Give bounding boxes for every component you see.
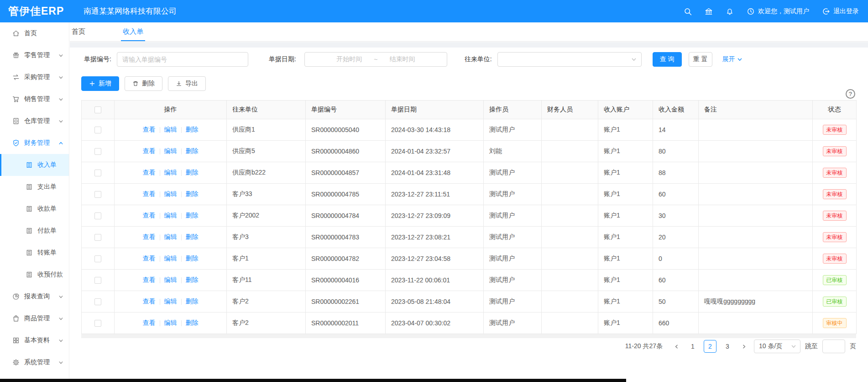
sidebar-item[interactable]: 支出单 (0, 176, 69, 198)
row-checkbox[interactable] (94, 212, 101, 219)
row-checkbox[interactable] (94, 148, 101, 155)
delete-link[interactable]: 删除 (186, 276, 199, 284)
sidebar-item[interactable]: 首页 (0, 22, 69, 44)
delete-link[interactable]: 删除 (186, 147, 199, 155)
edit-link[interactable]: 编辑 (164, 169, 177, 177)
bell-icon[interactable] (726, 7, 734, 16)
tab-label: 收入单 (123, 27, 143, 36)
sidebar-item[interactable]: 收预付款 (0, 264, 69, 286)
divider (181, 234, 182, 240)
row-checkbox[interactable] (94, 277, 101, 284)
help-icon[interactable] (846, 89, 855, 99)
cell-bill-no: SR00000002011 (306, 313, 386, 334)
view-link[interactable]: 查看 (143, 276, 156, 284)
cell-remark (699, 119, 813, 141)
page-number[interactable]: 2 (704, 340, 716, 353)
edit-link[interactable]: 编辑 (164, 212, 177, 220)
sidebar-item[interactable]: 销售管理 (0, 88, 69, 110)
row-checkbox[interactable] (94, 298, 101, 305)
page-size-select[interactable]: 10 条/页 (754, 340, 800, 353)
page-tab[interactable]: 首页 (70, 22, 87, 41)
delete-link[interactable]: 删除 (186, 319, 199, 327)
sidebar-item[interactable]: 报表查询 (0, 286, 69, 308)
sidebar-item[interactable]: 收入单 (0, 154, 69, 176)
delete-link[interactable]: 删除 (186, 255, 199, 263)
cell-actions: 查看 编辑 删除 (115, 270, 227, 291)
page-number[interactable]: 3 (721, 340, 734, 353)
cell-finance-staff (542, 291, 598, 313)
sidebar-item[interactable]: 付款单 (0, 220, 69, 242)
sidebar-item[interactable]: 收款单 (0, 198, 69, 220)
bill-date-label: 单据日期: (269, 55, 296, 64)
row-checkbox[interactable] (94, 320, 101, 327)
col-remark: 备注 (699, 101, 813, 119)
sidebar-item[interactable]: 零售管理 (0, 44, 69, 66)
row-checkbox[interactable] (94, 234, 101, 241)
delete-link[interactable]: 删除 (186, 233, 199, 241)
sidebar-item[interactable]: 财务管理 (0, 132, 69, 154)
sidebar-item[interactable]: 系统管理 (0, 351, 69, 373)
page-number[interactable]: 1 (686, 340, 699, 353)
view-link[interactable]: 查看 (143, 297, 156, 306)
logout-button[interactable]: 退出登录 (822, 7, 859, 16)
sidebar-item-icon (12, 293, 20, 300)
view-link[interactable]: 查看 (143, 147, 156, 155)
cell-status: 未审核 (813, 141, 857, 162)
row-checkbox[interactable] (94, 170, 101, 176)
view-link[interactable]: 查看 (143, 255, 156, 263)
jump-page-input[interactable] (822, 340, 845, 353)
col-actions: 操作 (115, 101, 227, 119)
delete-link[interactable]: 删除 (186, 212, 199, 220)
delete-link[interactable]: 删除 (186, 190, 199, 198)
sidebar-item[interactable]: 转账单 (0, 242, 69, 264)
date-range-picker[interactable]: 开始时间 ~ 结束时间 (304, 52, 447, 67)
row-checkbox[interactable] (94, 191, 101, 198)
partner-select[interactable] (497, 52, 642, 67)
edit-link[interactable]: 编辑 (164, 255, 177, 263)
divider (160, 256, 160, 262)
table-row: 查看 编辑 删除 客户33 SR00000004785 2023-12-27 2… (82, 184, 857, 205)
page-size-value: 10 条/页 (759, 342, 791, 350)
edit-link[interactable]: 编辑 (164, 126, 177, 134)
cell-checkbox (82, 270, 115, 291)
search-icon[interactable] (684, 7, 692, 16)
sidebar-item[interactable]: 商品管理 (0, 308, 69, 329)
view-link[interactable]: 查看 (143, 233, 156, 241)
sidebar-item[interactable]: 采购管理 (0, 66, 69, 88)
view-link[interactable]: 查看 (143, 126, 156, 134)
bill-no-input[interactable] (117, 52, 248, 67)
select-all-checkbox[interactable] (94, 106, 101, 113)
cell-actions: 查看 编辑 删除 (115, 119, 227, 141)
delete-link[interactable]: 删除 (186, 126, 199, 134)
view-link[interactable]: 查看 (143, 212, 156, 220)
edit-link[interactable]: 编辑 (164, 190, 177, 198)
delete-link[interactable]: 删除 (186, 297, 199, 306)
export-button[interactable]: 导出 (168, 76, 206, 91)
sidebar-item[interactable]: 仓库管理 (0, 110, 69, 132)
edit-link[interactable]: 编辑 (164, 147, 177, 155)
sidebar-item[interactable]: 基本资料 (0, 329, 69, 351)
clock-icon (747, 7, 755, 16)
sidebar-item-icon (12, 117, 20, 125)
delete-link[interactable]: 删除 (186, 169, 199, 177)
expand-filters-link[interactable]: 展开 (722, 55, 743, 64)
view-link[interactable]: 查看 (143, 169, 156, 177)
search-button[interactable]: 查 询 (653, 52, 682, 67)
page-tab[interactable]: 收入单 (121, 22, 145, 41)
row-checkbox[interactable] (94, 127, 101, 133)
prev-page-button[interactable] (671, 340, 682, 353)
edit-link[interactable]: 编辑 (164, 319, 177, 327)
delete-button[interactable]: 删除 (125, 76, 162, 91)
edit-link[interactable]: 编辑 (164, 276, 177, 284)
add-button[interactable]: 新增 (81, 76, 119, 91)
bank-icon[interactable] (705, 7, 713, 16)
welcome-user[interactable]: 欢迎您，测试用户 (747, 7, 809, 16)
view-link[interactable]: 查看 (143, 319, 156, 327)
reset-button[interactable]: 重 置 (689, 52, 712, 67)
edit-link[interactable]: 编辑 (164, 297, 177, 306)
next-page-button[interactable] (738, 340, 749, 353)
view-link[interactable]: 查看 (143, 190, 156, 198)
cell-actions: 查看 编辑 删除 (115, 313, 227, 334)
edit-link[interactable]: 编辑 (164, 233, 177, 241)
row-checkbox[interactable] (94, 255, 101, 262)
